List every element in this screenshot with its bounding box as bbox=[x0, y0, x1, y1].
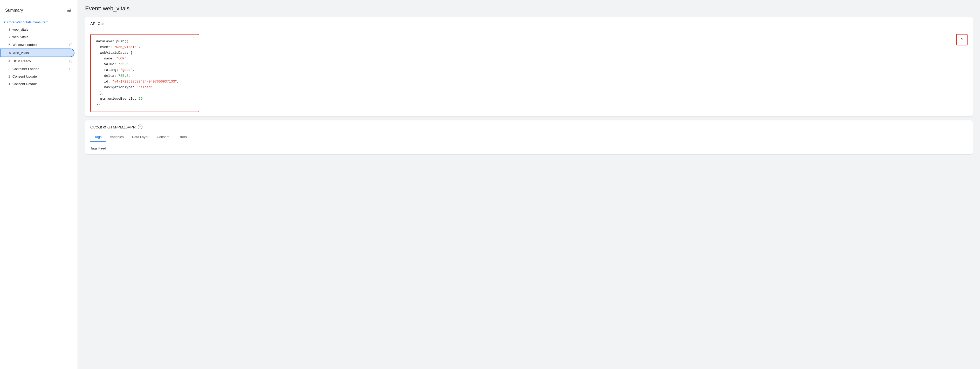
code-line-3: webVitalsData: { bbox=[96, 50, 194, 56]
sidebar-item-label: Consent Update bbox=[13, 75, 72, 78]
code-line-2: event: "web_vitals", bbox=[96, 45, 194, 50]
code-line-11: gtm.uniqueEventId: 29 bbox=[96, 96, 194, 102]
sidebar-item-5[interactable]: 5 web_vitals bbox=[0, 49, 75, 57]
sidebar-item-number: 6 bbox=[6, 43, 10, 47]
api-call-container: dataLayer.push({ event: "web_vitals", we… bbox=[85, 30, 973, 116]
sidebar-item-6[interactable]: 6 Window Loaded ⊡ bbox=[0, 41, 78, 49]
output-section: Output of GTM-PMZ5VPR ? Tags Variables D… bbox=[85, 121, 973, 154]
sidebar-item-number: 3 bbox=[6, 67, 10, 71]
sidebar-item-number: 1 bbox=[6, 82, 10, 86]
code-line-1: dataLayer.push({ bbox=[96, 39, 194, 45]
main-content: Event: web_vitals API Call dataLayer.pus… bbox=[78, 0, 980, 369]
tab-errors[interactable]: Errors bbox=[173, 132, 191, 142]
sidebar-item-label: Window Loaded bbox=[13, 43, 67, 47]
api-call-header: API Call bbox=[85, 17, 973, 30]
sidebar-item-3[interactable]: 3 Container Loaded ⊡ bbox=[0, 65, 78, 73]
code-line-10: }, bbox=[96, 90, 194, 96]
code-line-5: value: 755.5, bbox=[96, 62, 194, 67]
filter-icon[interactable] bbox=[66, 7, 72, 13]
sidebar-group: ▼ Core Web Vitals measurem... 8 web_vita… bbox=[0, 17, 78, 89]
code-line-6: rating: "good", bbox=[96, 67, 194, 73]
output-title: Output of GTM-PMZ5VPR ? bbox=[90, 124, 967, 129]
sidebar-item-label: web_vitals bbox=[13, 27, 72, 32]
code-line-7: delta: 755.5, bbox=[96, 73, 194, 79]
sidebar-item-label: DOM Ready bbox=[13, 59, 67, 63]
sidebar-icons bbox=[66, 7, 72, 13]
code-icon: ⊡ bbox=[69, 59, 72, 63]
api-call-card: API Call dataLayer.push({ event: "web_vi… bbox=[85, 17, 973, 116]
sidebar-item-number: 4 bbox=[6, 59, 10, 63]
sidebar-item-number: 7 bbox=[6, 35, 10, 39]
chevron-down-icon: ▼ bbox=[3, 21, 6, 24]
sidebar-item-number: 2 bbox=[6, 75, 10, 78]
tags-fired-section: Tags Fired bbox=[90, 142, 967, 154]
sidebar-item-4[interactable]: 4 DOM Ready ⊡ bbox=[0, 57, 78, 65]
sidebar-item-label: web_vitals bbox=[13, 51, 69, 55]
tab-data-layer[interactable]: Data Layer bbox=[128, 132, 153, 142]
sidebar-item-2[interactable]: 2 Consent Update bbox=[0, 73, 78, 80]
code-block: dataLayer.push({ event: "web_vitals", we… bbox=[90, 34, 199, 112]
sidebar: Summary ▼ Core Web Vitals measurem... 8 … bbox=[0, 0, 78, 369]
sidebar-header: Summary bbox=[0, 5, 78, 17]
tab-tags[interactable]: Tags bbox=[90, 132, 106, 142]
sidebar-item-label: web_vitals bbox=[13, 35, 72, 39]
help-icon[interactable]: ? bbox=[138, 124, 142, 129]
sidebar-item-7[interactable]: 7 web_vitals bbox=[0, 33, 78, 41]
tab-consent[interactable]: Consent bbox=[153, 132, 173, 142]
code-line-12: }) bbox=[96, 102, 194, 107]
sidebar-item-8[interactable]: 8 web_vitals bbox=[0, 26, 78, 33]
chevron-up-icon: ^ bbox=[961, 37, 963, 42]
sidebar-group-item[interactable]: ▼ Core Web Vitals measurem... bbox=[0, 19, 78, 26]
sidebar-item-label: Consent Default bbox=[13, 82, 72, 86]
sidebar-item-number: 8 bbox=[6, 27, 10, 32]
tab-variables[interactable]: Variables bbox=[106, 132, 128, 142]
page-title: Event: web_vitals bbox=[85, 5, 973, 12]
sidebar-item-1[interactable]: 1 Consent Default bbox=[0, 80, 78, 88]
code-line-4: name: "LCP", bbox=[96, 56, 194, 62]
output-card: Output of GTM-PMZ5VPR ? Tags Variables D… bbox=[85, 121, 973, 154]
sidebar-item-label: Container Loaded bbox=[13, 67, 67, 71]
tags-fired-label: Tags Fired bbox=[90, 146, 106, 150]
sidebar-item-number: 5 bbox=[7, 51, 11, 55]
code-line-9: navigationType: "reload" bbox=[96, 84, 194, 90]
code-line-8: id: "v4-1723538582424-9497606937133", bbox=[96, 79, 194, 84]
sidebar-group-label: Core Web Vitals measurem... bbox=[7, 20, 51, 24]
svg-point-3 bbox=[70, 9, 71, 10]
output-title-text: Output of GTM-PMZ5VPR bbox=[90, 125, 136, 129]
collapse-button[interactable]: ^ bbox=[956, 34, 967, 45]
svg-point-4 bbox=[68, 10, 69, 11]
code-icon: ⊡ bbox=[69, 67, 72, 71]
code-icon: ⊡ bbox=[69, 43, 72, 47]
tabs-container: Tags Variables Data Layer Consent Errors bbox=[85, 132, 973, 142]
sidebar-title: Summary bbox=[5, 8, 23, 13]
svg-point-5 bbox=[69, 11, 70, 12]
api-call-title: API Call bbox=[90, 21, 104, 26]
